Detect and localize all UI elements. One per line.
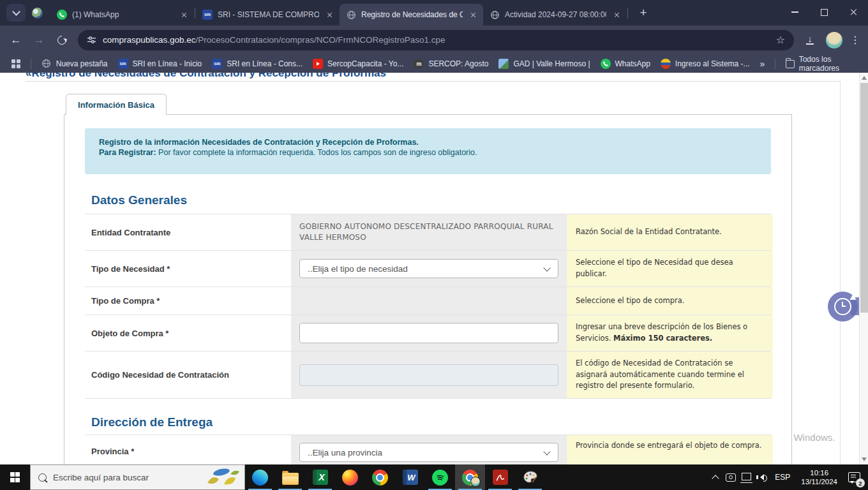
- taskbar-paint[interactable]: [515, 464, 545, 490]
- browser-tab-bar: (1) WhatsApp SRI SRI - SISTEMA DE COMPRO…: [0, 0, 868, 26]
- tray-clock[interactable]: 10:16 13/11/2024: [796, 468, 842, 486]
- scroll-down-arrow[interactable]: [862, 457, 867, 461]
- bookmark-nueva-pestana[interactable]: Nueva pestaña: [36, 57, 113, 71]
- taskbar-firefox[interactable]: [335, 464, 365, 490]
- tab-actividad[interactable]: Actividad 2024-09-27 08:00:00 |: [483, 4, 627, 26]
- keyboard-language[interactable]: ESP: [769, 473, 796, 482]
- form-table: Entidad Contratante GOBIERNO AUTONOMO DE…: [85, 214, 771, 399]
- taskbar-chrome-active-window[interactable]: [455, 464, 485, 490]
- objeto-compra-input[interactable]: [299, 323, 558, 343]
- notification-badge: 2: [856, 479, 865, 487]
- tab-divider: [627, 8, 628, 19]
- maximize-button[interactable]: [809, 0, 839, 24]
- tab-whatsapp[interactable]: (1) WhatsApp: [50, 4, 194, 26]
- field-label: Tipo de Compra *: [91, 296, 160, 306]
- file-explorer-icon: [282, 473, 299, 485]
- taskbar-search[interactable]: Escribe aquí para buscar: [30, 464, 245, 490]
- start-button[interactable]: [0, 464, 30, 490]
- separator: [775, 59, 775, 69]
- reload-icon: [56, 34, 68, 47]
- field-label: Tipo de Necesidad *: [91, 264, 170, 274]
- taskbar-excel[interactable]: [305, 464, 335, 490]
- bookmarks-overflow-chevron[interactable]: »: [755, 59, 770, 69]
- scrollbar-thumb[interactable]: [860, 83, 868, 313]
- taskbar-edge[interactable]: [245, 464, 275, 490]
- scroll-up-arrow[interactable]: [862, 76, 867, 80]
- acrobat-icon: [493, 470, 508, 485]
- excel-icon: [313, 470, 328, 485]
- bookmark-sri-inicio[interactable]: SRI SRI en Línea - Inicio: [113, 57, 207, 71]
- tab-search-button[interactable]: [6, 4, 26, 22]
- moodle-icon: m: [414, 59, 424, 69]
- bookmark-sercop-agosto[interactable]: m SERCOP: Agosto: [408, 57, 493, 71]
- new-tab-button[interactable]: +: [634, 4, 652, 22]
- tab-close-icon[interactable]: [179, 10, 189, 20]
- windows-taskbar: Escribe aquí para buscar: [0, 464, 868, 490]
- page-scrollbar[interactable]: [859, 73, 868, 464]
- downloads-icon[interactable]: [799, 35, 821, 45]
- timer-extension-widget[interactable]: [828, 292, 858, 322]
- apps-grid-icon[interactable]: [11, 59, 20, 68]
- tray-cast-icon[interactable]: [723, 464, 738, 490]
- banner-line2: Para Registrar: Por favor complete la in…: [99, 147, 757, 158]
- menu-kebab-icon[interactable]: ⋮: [848, 34, 863, 46]
- spotify-icon: [432, 470, 448, 486]
- tab-close-icon[interactable]: [468, 10, 478, 20]
- profile-avatar[interactable]: [826, 32, 842, 48]
- page-title: «Registro de Necesidades de Contratación…: [26, 73, 386, 80]
- tray-network-icon[interactable]: [738, 464, 754, 490]
- tab-close-icon[interactable]: [611, 10, 622, 20]
- window-controls: [780, 0, 868, 24]
- bookmark-sercopcapacita[interactable]: SercopCapacita - Yo...: [308, 57, 408, 71]
- emblem-icon: [661, 59, 671, 69]
- provincia-select[interactable]: ..Elija una provincia: [299, 443, 558, 462]
- tab-divider: [195, 8, 195, 19]
- back-button[interactable]: ←: [5, 29, 27, 51]
- site-settings-icon[interactable]: [87, 35, 96, 45]
- section-title-datos-generales: Datos Generales: [91, 193, 791, 207]
- pinned-tab-favicon[interactable]: [32, 8, 43, 19]
- chevron-down-icon: [543, 264, 550, 271]
- bookmark-whatsapp[interactable]: WhatsApp: [595, 57, 655, 71]
- edge-icon: [252, 470, 268, 486]
- bookmark-sri-consultas[interactable]: SRI SRI en Línea - Cons...: [207, 57, 308, 71]
- globe-icon: [41, 59, 52, 69]
- bookmark-gad-valle-hermoso[interactable]: GAD | Valle Hermoso |: [493, 57, 595, 71]
- address-bar[interactable]: compraspublicas.gob.ec/ProcesoContrataci…: [78, 30, 794, 50]
- taskbar-acrobat[interactable]: [485, 464, 515, 490]
- tab-sri[interactable]: SRI SRI - SISTEMA DE COMPROBAN: [196, 4, 340, 26]
- bookmark-star-icon[interactable]: ☆: [776, 34, 785, 46]
- tipo-necesidad-select[interactable]: ..Elija el tipo de necesidad: [299, 259, 558, 278]
- taskbar-word[interactable]: [395, 464, 425, 490]
- row-entidad-contratante: Entidad Contratante GOBIERNO AUTONOMO DE…: [85, 214, 771, 251]
- tray-volume-icon[interactable]: [754, 464, 769, 490]
- tab-close-icon[interactable]: [324, 10, 334, 20]
- taskbar-spotify[interactable]: [425, 464, 455, 490]
- folder-icon: [786, 60, 795, 68]
- codigo-necesidad-input: [299, 364, 558, 386]
- bookmark-ingreso-sistema[interactable]: Ingreso al Sistema -...: [655, 57, 755, 71]
- whatsapp-icon: [601, 59, 611, 69]
- photo-icon: [498, 59, 509, 69]
- close-button[interactable]: [839, 0, 868, 24]
- tray-chevron-up-icon[interactable]: [708, 464, 723, 490]
- tab-title: (1) WhatsApp: [72, 10, 174, 19]
- help-text: Seleccione el tipo de compra.: [576, 295, 684, 307]
- reload-button[interactable]: [51, 29, 73, 51]
- url-domain: compraspublicas.gob.ec: [103, 35, 196, 45]
- help-text: Razón Social de la Entidad Contratante.: [576, 226, 722, 238]
- all-bookmarks-button[interactable]: Todos los marcadores: [781, 53, 862, 75]
- tab-title: Registro de Necesidades de Co: [361, 10, 463, 19]
- taskbar-chrome[interactable]: [365, 464, 395, 490]
- tab-registro-necesidades-active[interactable]: Registro de Necesidades de Co: [340, 4, 483, 26]
- forward-button[interactable]: →: [28, 29, 50, 51]
- tab-informacion-basica[interactable]: Información Básica: [66, 94, 167, 115]
- system-tray: ESP 10:16 13/11/2024 2: [708, 464, 868, 490]
- notification-center-button[interactable]: 2: [842, 464, 865, 490]
- taskbar-file-explorer[interactable]: [275, 464, 305, 490]
- browser-toolbar: ← → compraspublicas.gob.ec/ProcesoContra…: [0, 26, 868, 54]
- minimize-button[interactable]: [780, 0, 809, 24]
- url-path: /ProcesoContratacion/compras/NCO/FrmNCOR…: [196, 35, 445, 45]
- help-text: Provincia donde se entregará el objeto d…: [576, 440, 761, 452]
- tray-date: 13/11/2024: [801, 477, 837, 486]
